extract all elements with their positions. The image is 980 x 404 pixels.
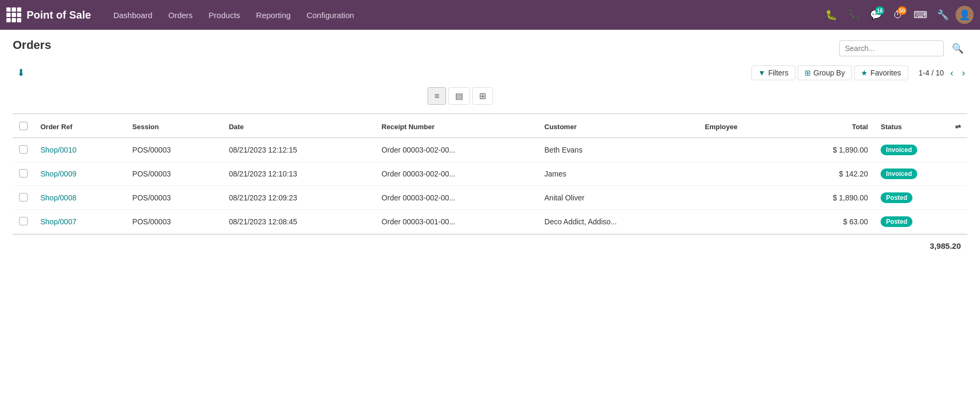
- col-receipt-number[interactable]: Receipt Number: [375, 116, 538, 138]
- row-customer: Anital Oliver: [538, 186, 699, 210]
- table-row[interactable]: Shop/0007 POS/00003 08/21/2023 12:08:45 …: [13, 210, 967, 234]
- topbar-right: 🔍: [839, 39, 967, 58]
- filter-row: ⬇ ▼ Filters ⊞ Group By ★ Favorites 1-4 /…: [13, 65, 967, 81]
- topnav-icons: 🐛 📞 💬 16 ⏱ 50 ⌨ 🔧 👤: [822, 5, 974, 24]
- tools-icon[interactable]: 🔧: [933, 5, 952, 24]
- row-checkbox[interactable]: [13, 186, 34, 210]
- row-total: $ 1,890.00: [784, 186, 874, 210]
- row-select-checkbox[interactable]: [19, 145, 28, 154]
- group-by-icon: ⊞: [805, 69, 811, 77]
- favorites-button[interactable]: ★ Favorites: [854, 65, 908, 80]
- topbar-row: Orders 🔍: [13, 38, 967, 58]
- brand-title[interactable]: Point of Sale: [27, 9, 91, 21]
- view-kanban-button[interactable]: ▤: [448, 87, 470, 105]
- chat-badge: 16: [875, 6, 884, 15]
- row-order-ref: Shop/0007: [34, 210, 126, 234]
- row-checkbox[interactable]: [13, 162, 34, 186]
- col-session[interactable]: Session: [126, 116, 223, 138]
- status-badge: Invoiced: [881, 145, 917, 155]
- main-content: Orders 🔍 ⬇ ▼ Filters ⊞ Group By ★ Favori…: [0, 30, 980, 265]
- row-employee: [699, 138, 784, 162]
- clock-icon[interactable]: ⏱ 50: [889, 5, 908, 24]
- select-all-checkbox[interactable]: [19, 122, 28, 130]
- table-divider: [13, 113, 967, 114]
- row-receipt-number: Order 00003-002-00...: [375, 138, 538, 162]
- row-checkbox[interactable]: [13, 138, 34, 162]
- nav-orders[interactable]: Orders: [161, 6, 200, 24]
- row-total: $ 142.20: [784, 162, 874, 186]
- col-order-ref[interactable]: Order Ref: [34, 116, 126, 138]
- col-status[interactable]: Status ⇌: [874, 116, 967, 138]
- row-status: Posted: [874, 186, 967, 210]
- row-select-checkbox[interactable]: [19, 169, 28, 178]
- view-grid-button[interactable]: ⊞: [472, 87, 493, 105]
- row-date: 08/21/2023 12:12:15: [222, 138, 375, 162]
- user-avatar[interactable]: 👤: [956, 6, 974, 24]
- col-customer[interactable]: Customer: [538, 116, 699, 138]
- col-checkbox: [13, 116, 34, 138]
- row-receipt-number: Order 00003-001-00...: [375, 210, 538, 234]
- nav-reporting[interactable]: Reporting: [249, 6, 298, 24]
- row-checkbox[interactable]: [13, 210, 34, 234]
- row-status: Invoiced: [874, 138, 967, 162]
- apps-grid-icon[interactable]: [6, 7, 21, 22]
- phone-icon[interactable]: 📞: [844, 5, 863, 24]
- table-footer: 3,985.20: [13, 234, 967, 257]
- star-icon: ★: [861, 69, 868, 77]
- row-receipt-number: Order 00003-002-00...: [375, 162, 538, 186]
- row-order-ref: Shop/0010: [34, 138, 126, 162]
- row-date: 08/21/2023 12:08:45: [222, 210, 375, 234]
- search-bar[interactable]: [839, 40, 944, 56]
- pagination-text: 1-4 / 10: [919, 69, 944, 77]
- table-row[interactable]: Shop/0008 POS/00003 08/21/2023 12:09:23 …: [13, 186, 967, 210]
- nav-products[interactable]: Products: [201, 6, 247, 24]
- row-employee: [699, 186, 784, 210]
- pagination-prev[interactable]: ‹: [948, 66, 956, 80]
- col-employee[interactable]: Employee: [699, 116, 784, 138]
- table-row[interactable]: Shop/0009 POS/00003 08/21/2023 12:10:13 …: [13, 162, 967, 186]
- row-employee: [699, 210, 784, 234]
- row-employee: [699, 162, 784, 186]
- status-badge: Invoiced: [881, 169, 917, 179]
- col-date[interactable]: Date: [222, 116, 375, 138]
- row-order-ref: Shop/0008: [34, 186, 126, 210]
- nav-menu: Dashboard Orders Products Reporting Conf…: [106, 6, 819, 24]
- chat-icon[interactable]: 💬 16: [866, 5, 885, 24]
- bug-icon[interactable]: 🐛: [822, 5, 841, 24]
- row-select-checkbox[interactable]: [19, 217, 28, 225]
- view-list-button[interactable]: ≡: [428, 87, 446, 105]
- column-settings-icon[interactable]: ⇌: [955, 123, 961, 131]
- row-receipt-number: Order 00003-002-00...: [375, 186, 538, 210]
- row-customer: Deco Addict, Addiso...: [538, 210, 699, 234]
- pagination: 1-4 / 10 ‹ ›: [919, 66, 967, 80]
- row-session: POS/00003: [126, 210, 223, 234]
- row-session: POS/00003: [126, 186, 223, 210]
- row-session: POS/00003: [126, 138, 223, 162]
- row-select-checkbox[interactable]: [19, 193, 28, 201]
- nav-dashboard[interactable]: Dashboard: [106, 6, 160, 24]
- row-total: $ 63.00: [784, 210, 874, 234]
- table-header: Order Ref Session Date Receipt Number Cu…: [13, 116, 967, 138]
- search-input[interactable]: [845, 44, 938, 53]
- pagination-next[interactable]: ›: [960, 66, 967, 80]
- filters-button[interactable]: ▼ Filters: [751, 65, 795, 80]
- view-toggle: ≡ ▤ ⊞: [428, 87, 967, 105]
- group-by-button[interactable]: ⊞ Group By: [798, 65, 852, 80]
- download-button[interactable]: ⬇: [13, 65, 29, 81]
- nav-configuration[interactable]: Configuration: [299, 6, 362, 24]
- filter-controls: ▼ Filters ⊞ Group By ★ Favorites 1-4 / 1…: [751, 65, 967, 80]
- orders-table: Order Ref Session Date Receipt Number Cu…: [13, 116, 967, 234]
- status-label: Status: [881, 123, 902, 131]
- search-icon[interactable]: 🔍: [948, 39, 967, 58]
- topbar-left: Orders: [13, 38, 51, 58]
- group-by-label: Group By: [814, 69, 845, 77]
- row-total: $ 1,890.00: [784, 138, 874, 162]
- col-total[interactable]: Total: [784, 116, 874, 138]
- page-title: Orders: [13, 38, 51, 52]
- table-row[interactable]: Shop/0010 POS/00003 08/21/2023 12:12:15 …: [13, 138, 967, 162]
- row-status: Invoiced: [874, 162, 967, 186]
- row-date: 08/21/2023 12:10:13: [222, 162, 375, 186]
- keypad-icon[interactable]: ⌨: [911, 5, 930, 24]
- row-session: POS/00003: [126, 162, 223, 186]
- footer-total: 3,985.20: [930, 241, 961, 250]
